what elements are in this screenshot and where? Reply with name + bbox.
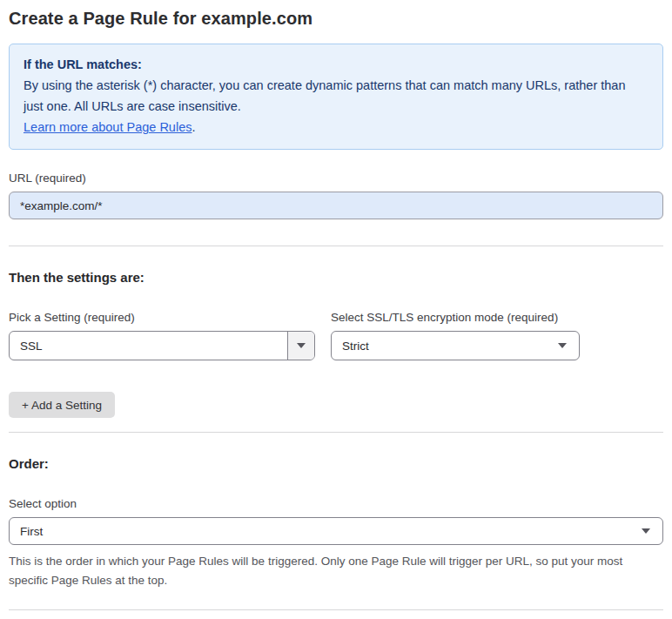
setting-select[interactable]: SSL <box>9 331 315 360</box>
order-select-label: Select option <box>9 497 663 510</box>
mode-picker-label: Select SSL/TLS encryption mode (required… <box>331 311 580 324</box>
order-heading: Order: <box>9 456 663 471</box>
chevron-down-icon <box>642 528 650 534</box>
chevron-down-icon <box>558 343 567 348</box>
order-select-value: First <box>10 525 642 538</box>
mode-select[interactable]: Strict <box>331 331 580 360</box>
callout-heading: If the URL matches: <box>24 54 648 75</box>
page-title: Create a Page Rule for example.com <box>9 9 663 29</box>
setting-picker-group: Pick a Setting (required) SSL <box>9 311 315 360</box>
learn-more-link[interactable]: Learn more about Page Rules <box>24 120 192 134</box>
callout-body: By using the asterisk (*) character, you… <box>24 75 648 117</box>
url-input[interactable] <box>9 192 663 219</box>
callout-link-line: Learn more about Page Rules. <box>24 117 648 138</box>
mode-select-value: Strict <box>332 340 558 353</box>
create-page-rule-form: Create a Page Rule for example.com If th… <box>0 0 672 619</box>
setting-picker-label: Pick a Setting (required) <box>9 311 315 324</box>
section-divider <box>9 432 663 433</box>
chevron-down-icon <box>297 343 306 348</box>
order-help-text: This is the order in which your Page Rul… <box>9 552 657 590</box>
settings-row: Pick a Setting (required) SSL Select SSL… <box>9 311 663 360</box>
url-field-group: URL (required) <box>9 172 663 219</box>
add-setting-button[interactable]: + Add a Setting <box>9 392 115 418</box>
section-divider <box>9 246 663 246</box>
url-match-callout: If the URL matches: By using the asteris… <box>9 44 663 150</box>
section-divider <box>9 609 663 610</box>
setting-select-value: SSL <box>10 340 287 353</box>
url-label: URL (required) <box>9 172 663 185</box>
settings-heading: Then the settings are: <box>9 270 663 285</box>
callout-link-period: . <box>192 120 195 134</box>
dropdown-arrow-box[interactable] <box>287 332 314 360</box>
order-select[interactable]: First <box>9 517 663 545</box>
mode-picker-group: Select SSL/TLS encryption mode (required… <box>331 311 580 360</box>
